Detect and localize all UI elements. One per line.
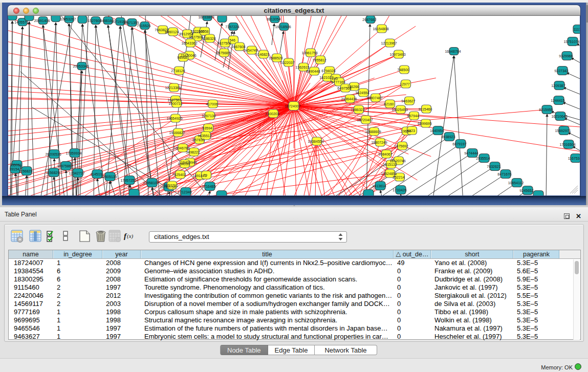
- svg-text:1244415: 1244415: [551, 99, 564, 102]
- svg-text:957944: 957944: [407, 114, 419, 118]
- svg-text:2300203: 2300203: [265, 112, 279, 116]
- svg-text:1167534: 1167534: [568, 157, 580, 160]
- svg-text:417006: 417006: [206, 102, 217, 106]
- svg-text:6794028: 6794028: [321, 69, 335, 73]
- svg-text:154099: 154099: [178, 162, 189, 166]
- svg-text:12213369: 12213369: [165, 86, 181, 90]
- svg-text:2935514: 2935514: [476, 157, 490, 160]
- svg-text:7632621: 7632621: [487, 165, 500, 168]
- svg-text:748500: 748500: [397, 68, 409, 72]
- svg-text:8454749: 8454749: [244, 49, 257, 52]
- svg-text:15692971: 15692971: [555, 129, 571, 133]
- svg-text:15720407: 15720407: [357, 118, 373, 122]
- svg-text:9327508: 9327508: [189, 35, 203, 39]
- svg-text:1362615: 1362615: [295, 65, 309, 69]
- svg-text:9329966: 9329966: [559, 54, 573, 58]
- svg-text:16210643: 16210643: [551, 115, 567, 118]
- svg-text:21364436: 21364436: [341, 97, 357, 101]
- svg-text:8215955: 8215955: [539, 108, 553, 112]
- svg-text:15751074: 15751074: [563, 40, 579, 43]
- svg-text:6879197: 6879197: [452, 142, 466, 146]
- svg-text:5875685: 5875685: [216, 51, 230, 55]
- svg-text:1007563: 1007563: [167, 98, 181, 102]
- svg-text:2687682: 2687682: [362, 18, 376, 21]
- svg-text:8813054: 8813054: [267, 17, 280, 21]
- svg-text:10853267: 10853267: [60, 17, 76, 21]
- svg-text:16058: 16058: [199, 30, 209, 33]
- svg-text:9474444: 9474444: [464, 151, 478, 155]
- svg-text:9227343: 9227343: [554, 69, 568, 73]
- svg-text:8938923: 8938923: [441, 135, 455, 139]
- svg-text:10025453: 10025453: [391, 108, 407, 112]
- svg-text:9146821: 9146821: [255, 53, 269, 56]
- svg-text:19218506: 19218506: [275, 25, 291, 29]
- svg-text:12977: 12977: [400, 82, 410, 86]
- svg-text:3716485: 3716485: [202, 185, 215, 188]
- svg-text:3498222: 3498222: [186, 150, 200, 154]
- svg-text:20053346: 20053346: [73, 64, 89, 68]
- svg-text:1212346: 1212346: [178, 190, 191, 194]
- svg-text:9857791: 9857791: [164, 184, 178, 187]
- svg-text:5322037: 5322037: [280, 61, 294, 64]
- svg-text:10961758: 10961758: [301, 51, 317, 55]
- svg-text:8186328: 8186328: [202, 37, 215, 40]
- svg-text:20691406: 20691406: [34, 19, 50, 23]
- svg-text:2718126: 2718126: [171, 69, 185, 73]
- svg-text:9777169: 9777169: [331, 80, 345, 84]
- svg-text:2867608: 2867608: [231, 45, 245, 49]
- svg-text:1000731: 1000731: [168, 102, 182, 105]
- svg-text:9115460: 9115460: [419, 107, 432, 111]
- svg-text:245: 245: [332, 77, 338, 80]
- svg-text:16120746: 16120746: [389, 159, 405, 163]
- svg-text:62160: 62160: [384, 102, 394, 106]
- svg-text:16648784: 16648784: [445, 50, 461, 53]
- svg-text:1405571: 1405571: [14, 20, 28, 24]
- svg-text:335061: 335061: [10, 163, 21, 167]
- svg-text:6899695: 6899695: [418, 122, 431, 125]
- svg-text:1640954: 1640954: [430, 129, 444, 133]
- svg-text:7357224: 7357224: [225, 25, 239, 29]
- svg-text:12342737: 12342737: [69, 171, 84, 175]
- svg-text:12505135: 12505135: [101, 175, 117, 179]
- svg-text:16046788: 16046788: [173, 146, 189, 150]
- svg-text:39154: 39154: [9, 167, 19, 171]
- svg-text:1156829: 1156829: [19, 169, 33, 173]
- svg-text:16154808: 16154808: [373, 27, 388, 31]
- svg-text:10973493: 10973493: [389, 53, 405, 56]
- svg-text:53594: 53594: [202, 126, 212, 130]
- svg-text:8990448: 8990448: [306, 70, 320, 73]
- svg-text:20206536: 20206536: [45, 152, 61, 156]
- svg-text:1588520: 1588520: [269, 56, 282, 60]
- svg-text:6497568: 6497568: [337, 86, 351, 90]
- svg-text:1733426: 1733426: [393, 188, 406, 192]
- svg-text:10958107: 10958107: [143, 181, 159, 185]
- svg-text:13524851: 13524851: [381, 172, 397, 176]
- svg-text:16543362: 16543362: [181, 41, 197, 45]
- svg-text:(x): (x): [127, 233, 134, 239]
- svg-text:9245652: 9245652: [519, 189, 533, 192]
- svg-text:7986322: 7986322: [351, 108, 364, 112]
- svg-text:3267130: 3267130: [202, 114, 215, 118]
- svg-text:12213967: 12213967: [381, 41, 397, 45]
- svg-text:19384554: 19384554: [308, 140, 323, 143]
- svg-text:10688609: 10688609: [365, 130, 381, 134]
- svg-text:9435512: 9435512: [198, 134, 211, 138]
- svg-text:8960124: 8960124: [165, 30, 179, 34]
- svg-text:17957253: 17957253: [120, 179, 136, 182]
- svg-text:7955812: 7955812: [312, 58, 326, 62]
- svg-text:79: 79: [203, 173, 207, 177]
- svg-text:546: 546: [229, 38, 235, 42]
- svg-text:7515526: 7515526: [137, 24, 150, 28]
- svg-text:98968: 98968: [177, 56, 187, 59]
- svg-text:19166827: 19166827: [169, 131, 185, 135]
- svg-text:9084067: 9084067: [378, 152, 392, 156]
- svg-text:857833: 857833: [192, 138, 204, 142]
- svg-text:1156829: 1156829: [46, 171, 60, 174]
- svg-text:1615132: 1615132: [383, 163, 397, 166]
- svg-text:10654112: 10654112: [508, 181, 524, 185]
- svg-text:3624554: 3624554: [355, 91, 369, 95]
- svg-text:17359934: 17359934: [66, 151, 81, 155]
- svg-text:252214: 252214: [393, 176, 404, 179]
- svg-text:10807487: 10807487: [366, 96, 382, 100]
- svg-text:19654925: 19654925: [166, 117, 182, 120]
